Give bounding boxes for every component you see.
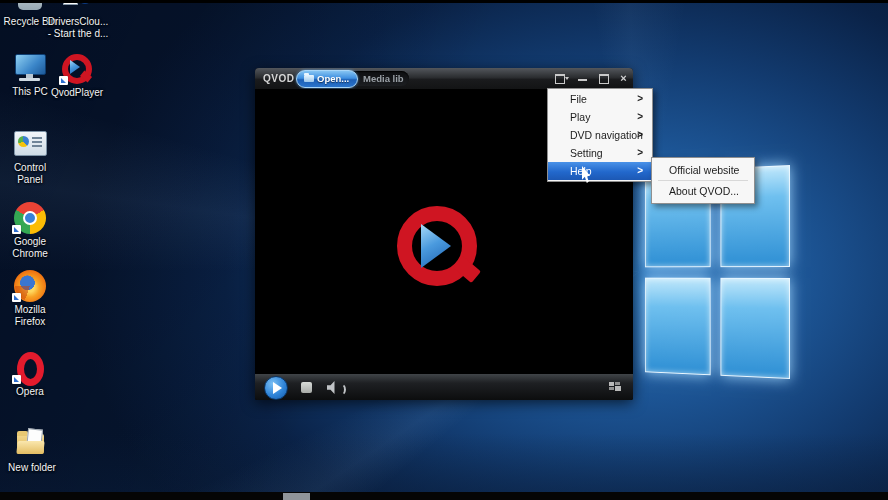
icon-label: Panel	[0, 174, 66, 186]
submenu-arrow-icon: >	[637, 126, 643, 144]
shortcut-overlay-icon	[12, 225, 21, 234]
maximize-icon	[599, 74, 609, 84]
desktop-icon-opera[interactable]: Opera	[0, 352, 66, 398]
icon-label: Firefox	[0, 316, 66, 328]
minimize-icon	[578, 79, 587, 81]
desktop-icon-mozilla-firefox[interactable]: Mozilla Firefox	[0, 270, 66, 328]
titlebar[interactable]: QVOD Media lib Open... ×	[255, 68, 633, 90]
volume-button[interactable]	[327, 381, 345, 394]
windows-logo-pane	[720, 277, 790, 379]
menu-window-icon	[555, 74, 565, 84]
main-menu-popup: File > Play > DVD navigation > Setting >…	[547, 88, 653, 182]
icon-label: QvodPlayer	[41, 87, 113, 99]
submenu-arrow-icon: >	[637, 90, 643, 108]
desktop-icon-qvodplayer[interactable]: QvodPlayer	[41, 53, 113, 99]
window-title: QVOD	[263, 73, 294, 84]
windows-logo-pane	[645, 277, 710, 375]
submenu-arrow-icon: >	[637, 108, 643, 126]
icon-label: Chrome	[0, 248, 66, 260]
shortcut-overlay-icon	[12, 375, 21, 384]
menu-item-file[interactable]: File >	[548, 90, 652, 108]
chevron-down-icon	[565, 77, 569, 80]
driverscloud-icon	[60, 3, 96, 14]
shortcut-overlay-icon	[59, 76, 68, 85]
submenu-item-official-website[interactable]: Official website	[652, 160, 754, 180]
main-menu-button[interactable]	[553, 71, 570, 85]
open-button-label: Open...	[317, 73, 349, 84]
open-button[interactable]: Open...	[296, 70, 358, 88]
help-submenu-popup: Official website About QVOD...	[651, 157, 755, 204]
grid-icon	[609, 382, 614, 386]
player-controlbar	[255, 374, 633, 400]
qvod-logo	[397, 206, 487, 286]
close-button[interactable]: ×	[615, 71, 632, 85]
letterbox-bottom	[0, 492, 888, 500]
icon-label: Control	[0, 162, 66, 174]
submenu-arrow-icon: >	[637, 162, 643, 180]
submenu-arrow-icon: >	[637, 144, 643, 162]
icon-label: New folder	[0, 462, 68, 474]
stop-button[interactable]	[301, 382, 312, 393]
play-button[interactable]	[264, 376, 288, 400]
taskbar-fragment	[283, 493, 310, 500]
icon-label: - Start the d...	[42, 28, 114, 40]
playlist-toggle-button[interactable]	[609, 382, 621, 392]
firefox-icon	[12, 270, 48, 302]
menu-item-play[interactable]: Play >	[548, 108, 652, 126]
letterbox-top	[0, 0, 888, 3]
chrome-icon	[12, 202, 48, 234]
open-folder-icon	[304, 75, 314, 82]
folder-icon	[14, 428, 50, 460]
control-panel-icon	[12, 128, 48, 160]
play-icon	[273, 382, 282, 394]
menu-item-setting[interactable]: Setting >	[548, 144, 652, 162]
icon-label: DriversClou...	[42, 16, 114, 28]
icon-label: Google	[0, 236, 66, 248]
opera-icon	[12, 352, 48, 384]
menu-item-dvd-navigation[interactable]: DVD navigation >	[548, 126, 652, 144]
volume-wave-icon	[335, 383, 346, 396]
maximize-button[interactable]	[596, 71, 613, 85]
close-icon: ×	[620, 72, 626, 84]
qvod-icon	[59, 53, 95, 85]
icon-label: Mozilla	[0, 304, 66, 316]
desktop-icon-control-panel[interactable]: Control Panel	[0, 128, 66, 186]
icon-label: Opera	[0, 386, 66, 398]
submenu-item-about-qvod[interactable]: About QVOD...	[652, 181, 754, 201]
minimize-button[interactable]	[575, 71, 592, 85]
desktop-icon-google-chrome[interactable]: Google Chrome	[0, 202, 66, 260]
media-lib-label: Media lib	[363, 73, 404, 84]
desktop-icon-new-folder[interactable]: New folder	[0, 428, 68, 474]
menu-item-help[interactable]: Help >	[548, 162, 652, 180]
shortcut-overlay-icon	[12, 293, 21, 302]
desktop-icon-driverscloud[interactable]: DriversClou... - Start the d...	[42, 3, 114, 40]
